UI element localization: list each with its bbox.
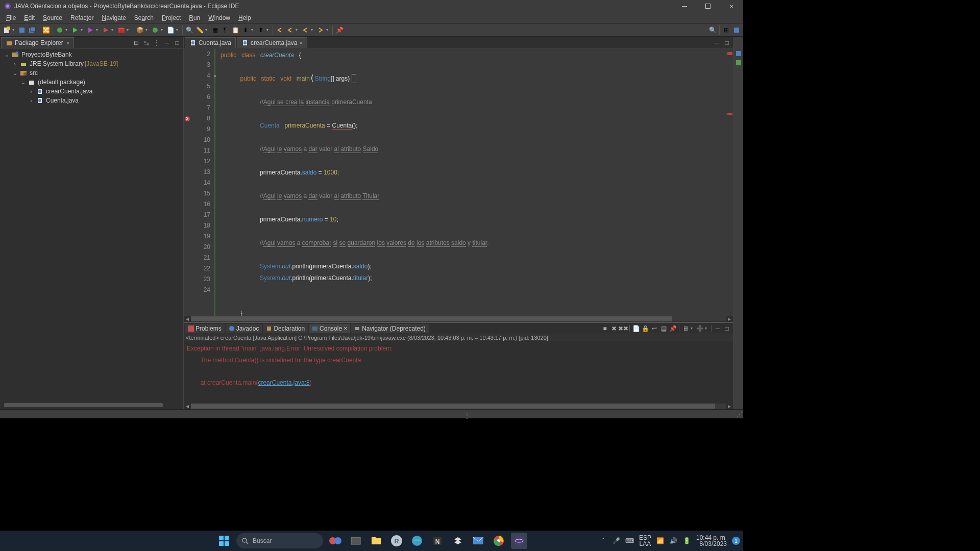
- debug-icon[interactable]: [55, 26, 64, 35]
- toggle-block-icon[interactable]: ▦: [210, 26, 219, 35]
- menu-navigate[interactable]: Navigate: [97, 13, 130, 22]
- new-icon[interactable]: [2, 26, 11, 35]
- maximize-editor-icon[interactable]: □: [723, 39, 731, 47]
- editor-hscroll[interactable]: ◂ ▸: [184, 316, 733, 322]
- show-whitespace-icon[interactable]: ¶: [220, 26, 230, 35]
- menu-run[interactable]: Run: [185, 13, 204, 22]
- minimize-view-icon[interactable]: ─: [163, 39, 171, 47]
- menu-edit[interactable]: Edit: [20, 13, 39, 22]
- task-mail[interactable]: [470, 533, 486, 549]
- javadoc-tab[interactable]: Javadoc: [226, 324, 262, 333]
- menu-project[interactable]: Project: [158, 13, 185, 22]
- declaration-tab[interactable]: Declaration: [263, 324, 308, 333]
- menu-source[interactable]: Source: [39, 13, 66, 22]
- task-explorer[interactable]: [348, 533, 364, 549]
- tray-notification-badge[interactable]: 1: [732, 537, 740, 545]
- collapse-all-icon[interactable]: ⊟: [132, 39, 140, 47]
- run-last-icon[interactable]: [101, 26, 110, 35]
- last-edit-icon[interactable]: [275, 26, 284, 35]
- view-menu-icon[interactable]: ⋮: [153, 39, 161, 47]
- tray-language[interactable]: ESPLAA: [639, 535, 651, 547]
- pin-console-icon[interactable]: 📌: [669, 324, 677, 333]
- prev-annotation-icon[interactable]: ⬆: [256, 26, 265, 35]
- task-dropbox[interactable]: [450, 533, 466, 549]
- switch-icon[interactable]: 🔀: [41, 26, 51, 35]
- menu-window[interactable]: Window: [204, 13, 234, 22]
- minimize-button[interactable]: [673, 0, 696, 12]
- new-package-icon[interactable]: 📦: [135, 26, 144, 35]
- show-console-icon[interactable]: ▤: [659, 324, 668, 333]
- menu-refactor[interactable]: Refactor: [66, 13, 97, 22]
- save-icon[interactable]: [17, 26, 27, 35]
- coverage-icon[interactable]: [86, 26, 95, 35]
- close-icon[interactable]: ×: [344, 325, 347, 332]
- new-class-icon[interactable]: [151, 26, 160, 35]
- annotation-icon[interactable]: 📋: [231, 26, 240, 35]
- external-tools-icon[interactable]: 🧰: [116, 26, 126, 35]
- stacktrace-link[interactable]: crearCuenta.java:8: [258, 379, 309, 386]
- task-edge[interactable]: [409, 533, 425, 549]
- outline-trim-icon[interactable]: [735, 50, 742, 57]
- error-overview-marker[interactable]: [727, 52, 732, 55]
- close-icon[interactable]: ×: [299, 40, 302, 46]
- menu-help[interactable]: Help: [234, 13, 255, 22]
- open-console-icon[interactable]: ➕: [696, 324, 704, 333]
- open-type-icon[interactable]: 📄: [166, 26, 175, 35]
- task-notion[interactable]: N: [429, 533, 446, 549]
- java-perspective-icon[interactable]: [732, 26, 741, 35]
- task-eclipse[interactable]: [511, 533, 527, 549]
- tray-clock[interactable]: 10:44 p. m.8/03/2023: [696, 535, 727, 547]
- error-overview-marker[interactable]: [727, 113, 732, 115]
- package-explorer-tab[interactable]: Package Explorer ×: [1, 37, 74, 48]
- task-widgets[interactable]: [327, 533, 344, 549]
- tree-file-crearCuenta[interactable]: ›crearCuenta.java: [0, 87, 183, 96]
- editor-tab-crearCuenta[interactable]: crearCuenta.java ×: [237, 37, 307, 48]
- clear-console-icon[interactable]: 📄: [632, 324, 640, 333]
- open-perspective-icon[interactable]: ⊞: [722, 26, 731, 35]
- console-hscroll[interactable]: ◂ ▸: [184, 403, 733, 409]
- tray-keyboard-icon[interactable]: ⌨: [626, 537, 634, 545]
- close-button[interactable]: [720, 0, 743, 12]
- tree-project[interactable]: ⌄ProyectoByteBank: [0, 50, 183, 59]
- run-icon[interactable]: [70, 26, 80, 35]
- close-icon[interactable]: ×: [66, 40, 69, 46]
- back-history-icon[interactable]: [285, 26, 295, 35]
- editor-tab-Cuenta[interactable]: Cuenta.java: [185, 37, 236, 48]
- task-app-r[interactable]: R: [388, 533, 405, 549]
- forward-icon[interactable]: [316, 26, 325, 35]
- tray-wifi-icon[interactable]: 📶: [656, 537, 665, 545]
- remove-launch-icon[interactable]: ✖: [610, 324, 618, 333]
- tray-mic-icon[interactable]: 🎤: [612, 537, 621, 545]
- terminate-icon[interactable]: ■: [601, 324, 609, 333]
- tree-src[interactable]: ⌄src: [0, 68, 183, 78]
- task-file-explorer[interactable]: [368, 533, 384, 549]
- display-console-icon[interactable]: 🖥: [681, 324, 690, 333]
- tree-jre[interactable]: ›JRE System Library [JavaSE-19]: [0, 59, 183, 68]
- quick-access-icon[interactable]: 🔍: [708, 26, 717, 35]
- code-editor[interactable]: x 23456789101112131415161718192021222324…: [184, 49, 733, 316]
- search-icon[interactable]: 🔍: [185, 26, 194, 35]
- save-all-icon[interactable]: [28, 26, 37, 35]
- tree-file-Cuenta[interactable]: ›Cuenta.java: [0, 96, 183, 105]
- resize-handle-icon[interactable]: ⋰: [736, 410, 743, 418]
- minimize-view-icon[interactable]: ─: [714, 324, 722, 333]
- remove-all-icon[interactable]: ✖✖: [619, 324, 627, 333]
- tray-battery-icon[interactable]: 🔋: [683, 537, 691, 545]
- start-button[interactable]: [216, 533, 232, 549]
- console-output[interactable]: Exception in thread "main" java.lang.Err…: [184, 341, 733, 403]
- maximize-button[interactable]: [696, 0, 720, 12]
- next-annotation-icon[interactable]: ⬇: [241, 26, 250, 35]
- navigator-tab[interactable]: Navigator (Deprecated): [351, 324, 429, 333]
- word-wrap-icon[interactable]: ↩: [650, 324, 658, 333]
- error-marker-icon[interactable]: x: [184, 113, 191, 124]
- tree-default-pkg[interactable]: ⌄(default package): [0, 78, 183, 87]
- scroll-lock-icon[interactable]: 🔒: [641, 324, 649, 333]
- maximize-view-icon[interactable]: □: [723, 324, 731, 333]
- code-content[interactable]: public class crearCuenta { public static…: [214, 49, 733, 316]
- task-list-trim-icon[interactable]: [735, 59, 742, 66]
- taskbar-search[interactable]: Buscar: [236, 533, 323, 548]
- link-editor-icon[interactable]: ⇆: [142, 39, 151, 47]
- pin-icon[interactable]: 📌: [335, 26, 344, 35]
- console-tab[interactable]: Console×: [309, 324, 350, 333]
- sidebar-hscroll[interactable]: [4, 403, 163, 407]
